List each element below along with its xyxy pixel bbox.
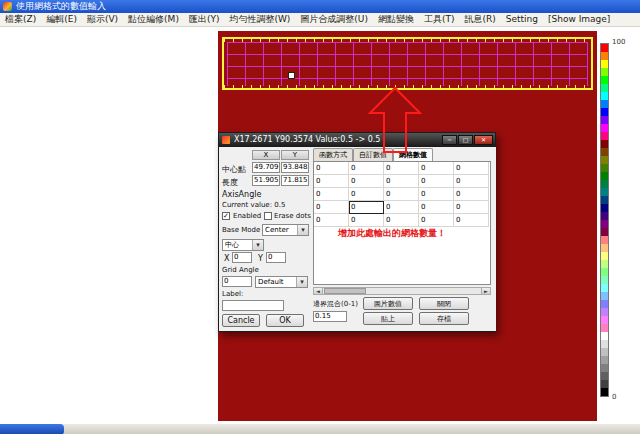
paste-button[interactable]: 貼上	[363, 312, 413, 325]
palette-color[interactable]	[601, 316, 608, 324]
grid-cell[interactable]: 0	[314, 188, 349, 201]
palette-color[interactable]	[601, 332, 608, 340]
menu-item[interactable]: 圖片合成調整(U)	[295, 13, 373, 26]
menu-item[interactable]: 均勻性調整(W)	[224, 13, 295, 26]
grid-cell[interactable]: 0	[419, 162, 454, 175]
palette-color[interactable]	[601, 60, 608, 68]
magenta-grid[interactable]	[227, 42, 588, 86]
tab-3[interactable]: 網格數值	[393, 148, 433, 161]
start-button[interactable]	[0, 424, 64, 434]
grid-cell[interactable]: 0	[384, 201, 419, 214]
palette-color[interactable]	[601, 108, 608, 116]
ok-button[interactable]: OK	[266, 314, 304, 327]
palette-color[interactable]	[601, 92, 608, 100]
palette-color[interactable]	[601, 244, 608, 252]
palette-color[interactable]	[601, 164, 608, 172]
palette-color[interactable]	[601, 220, 608, 228]
base-mode-combo[interactable]: Center	[262, 224, 309, 236]
palette-color[interactable]	[601, 292, 608, 300]
grid-cell[interactable]: 0	[384, 188, 419, 201]
palette-color[interactable]	[601, 348, 608, 356]
palette-color[interactable]	[601, 124, 608, 132]
palette-color[interactable]	[601, 140, 608, 148]
palette-color[interactable]	[601, 252, 608, 260]
palette-color[interactable]	[601, 84, 608, 92]
palette-color[interactable]	[601, 364, 608, 372]
center-x-field[interactable]: 49.7091	[252, 162, 280, 173]
length-y-field[interactable]: 71.815	[281, 175, 309, 186]
grid-cell[interactable]: 0	[454, 175, 489, 188]
grid-cell[interactable]: 0	[314, 175, 349, 188]
close-button[interactable]: ✕	[474, 135, 493, 145]
x-offset-field[interactable]: 0	[232, 252, 252, 263]
palette-color[interactable]	[601, 236, 608, 244]
palette-color[interactable]	[601, 276, 608, 284]
length-x-field[interactable]: 51.9055	[252, 175, 280, 186]
palette-color[interactable]	[601, 212, 608, 220]
boundary-blend-field[interactable]: 0.15	[313, 311, 347, 322]
close-dialog-button[interactable]: 關閉	[419, 297, 469, 310]
grid-cell[interactable]: 0	[349, 162, 384, 175]
grid-cell[interactable]: 0	[349, 201, 384, 214]
enabled-checkbox[interactable]: ✓	[222, 212, 230, 220]
palette-color[interactable]	[601, 116, 608, 124]
y-offset-field[interactable]: 0	[266, 252, 286, 263]
grid-angle-field[interactable]: 0	[222, 276, 252, 287]
menu-item[interactable]: 訊息(R)	[460, 13, 501, 26]
grid-cell[interactable]: 0	[314, 214, 349, 227]
palette-color[interactable]	[601, 204, 608, 212]
anchor-combo[interactable]: 中心	[222, 239, 264, 251]
palette-color[interactable]	[601, 148, 608, 156]
center-y-field[interactable]: 93.8482	[281, 162, 309, 173]
palette-color[interactable]	[601, 132, 608, 140]
grid-cell[interactable]: 0	[454, 214, 489, 227]
palette-color[interactable]	[601, 172, 608, 180]
grid-cell[interactable]: 0	[349, 188, 384, 201]
palette-color[interactable]	[601, 156, 608, 164]
grid-cell[interactable]: 0	[314, 201, 349, 214]
maximize-button[interactable]: □	[458, 135, 473, 145]
grid-cell[interactable]: 0	[384, 162, 419, 175]
grid-cell[interactable]: 0	[454, 188, 489, 201]
grid-angle-mode-combo[interactable]: Default	[255, 276, 308, 288]
palette-color[interactable]	[601, 228, 608, 236]
palette-color[interactable]	[601, 308, 608, 316]
grid-cell[interactable]: 0	[349, 175, 384, 188]
palette-color[interactable]	[601, 284, 608, 292]
tab-2[interactable]: 自訂數值	[353, 148, 393, 161]
palette-color[interactable]	[601, 356, 608, 364]
menu-item[interactable]: 匯出(Y)	[184, 13, 225, 26]
palette-color[interactable]	[601, 68, 608, 76]
cancel-button[interactable]: Cancle	[222, 314, 260, 327]
palette-color[interactable]	[601, 44, 608, 52]
palette-color[interactable]	[601, 100, 608, 108]
palette-color[interactable]	[601, 388, 608, 396]
palette-color[interactable]	[601, 340, 608, 348]
image-values-button[interactable]: 圖片數值	[363, 297, 413, 310]
menu-item[interactable]: [Show Image]	[543, 13, 615, 26]
save-button[interactable]: 存檔	[419, 312, 469, 325]
palette-color[interactable]	[601, 188, 608, 196]
menu-item[interactable]: 顯示(V)	[82, 13, 123, 26]
selected-cell-marker[interactable]	[288, 72, 295, 79]
palette-color[interactable]	[601, 380, 608, 388]
palette-color[interactable]	[601, 260, 608, 268]
grid-cell[interactable]: 0	[454, 201, 489, 214]
palette-color[interactable]	[601, 324, 608, 332]
erase-dots-checkbox[interactable]	[264, 212, 272, 220]
scroll-left-icon[interactable]: ◄	[314, 288, 323, 294]
grid-cell[interactable]: 0	[384, 214, 419, 227]
grid-cell[interactable]: 0	[384, 175, 419, 188]
menu-item[interactable]: 網點變換	[373, 13, 419, 26]
scrollbar-thumb[interactable]	[324, 288, 366, 294]
grid-cell[interactable]: 0	[419, 201, 454, 214]
tab-1[interactable]: 函數方式	[313, 148, 353, 161]
scroll-right-icon[interactable]: ►	[481, 288, 490, 294]
menu-item[interactable]: 檔案(Z)	[0, 13, 41, 26]
grid-cell[interactable]: 0	[419, 188, 454, 201]
menu-item[interactable]: Setting	[501, 13, 543, 26]
grid-horizontal-scrollbar[interactable]: ◄ ►	[313, 287, 491, 295]
palette-color[interactable]	[601, 76, 608, 84]
palette-color[interactable]	[601, 180, 608, 188]
grid-cell[interactable]: 0	[419, 175, 454, 188]
